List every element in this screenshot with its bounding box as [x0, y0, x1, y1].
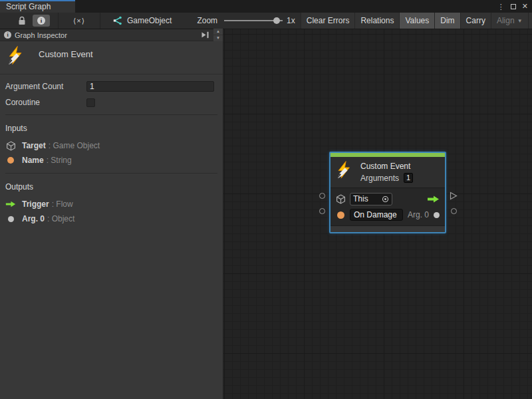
node-body: This — [331, 188, 445, 225]
inspector-title: Graph Inspector — [15, 31, 67, 39]
target-dropdown-value: This — [353, 194, 382, 203]
lock-button[interactable] — [18, 16, 26, 25]
custom-event-node[interactable]: Custom Event Arguments 1 — [329, 152, 446, 233]
arg0-port-dot — [434, 212, 440, 218]
input-port-target[interactable] — [319, 193, 325, 199]
distribute-button[interactable]: Distribute ▼ — [528, 13, 532, 29]
relations-button[interactable]: Relations — [354, 13, 399, 29]
button-label: Values — [405, 16, 429, 25]
window-controls: ⋮ ✕ — [497, 0, 528, 13]
scroll-down-icon[interactable]: ▼ — [213, 35, 223, 41]
node-header[interactable]: Custom Event Arguments 1 — [331, 157, 445, 188]
custom-event-icon — [336, 161, 354, 180]
arguments-label: Arguments — [360, 174, 399, 183]
arguments-count-field[interactable]: 1 — [404, 173, 413, 183]
toolbar-divider — [58, 13, 59, 29]
gameobject-icon — [112, 16, 122, 25]
node-footer — [331, 226, 445, 232]
output-port-arg0[interactable] — [451, 208, 457, 214]
node-arguments-row: Arguments 1 — [360, 173, 413, 183]
port-name: Target — [22, 141, 46, 150]
properties-block: Argument Count 1 Coroutine — [0, 74, 223, 118]
argument-count-input[interactable]: 1 — [86, 81, 214, 92]
target-picker-icon[interactable] — [382, 196, 389, 203]
port-type: : String — [47, 156, 72, 165]
event-name-field[interactable]: On Damage — [350, 209, 403, 221]
cube-icon — [5, 140, 16, 151]
values-button[interactable]: Values — [399, 13, 434, 29]
section-divider — [5, 114, 217, 115]
align-button[interactable]: Align ▼ — [491, 13, 528, 29]
inputs-header: Inputs — [5, 124, 217, 133]
argument-count-row: Argument Count 1 — [5, 80, 217, 93]
graph-toolbar: i ⟨×⟩ GameObject Zoom 1x Clear Errors — [0, 13, 532, 29]
input-row-target: Target : Game Object — [5, 138, 217, 153]
info-icon: i — [4, 31, 11, 39]
inspector-toggle-button[interactable]: i — [33, 15, 50, 27]
carry-button[interactable]: Carry — [460, 13, 491, 29]
zoom-slider-handle[interactable] — [273, 17, 280, 24]
port-type: : Flow — [52, 200, 73, 209]
outputs-section: Outputs Trigger : Flow Arg. 0 : Object — [0, 176, 223, 229]
button-label: Dim — [440, 16, 454, 25]
inspected-node-title: Custom Event — [39, 49, 93, 59]
graph-canvas[interactable]: Custom Event Arguments 1 — [223, 29, 532, 399]
outputs-header: Outputs — [5, 182, 217, 192]
coroutine-checkbox[interactable] — [86, 98, 95, 107]
port-type: : Object — [47, 214, 74, 223]
tab-label: Script Graph — [6, 2, 51, 11]
arg0-port-label: Arg. 0 — [408, 210, 429, 219]
argument-count-label: Argument Count — [5, 82, 86, 91]
tab-bar: Script Graph ⋮ ✕ — [0, 0, 532, 13]
button-label: Relations — [360, 16, 394, 25]
node-title: Custom Event — [360, 162, 413, 171]
output-row-arg0: Arg. 0 : Object — [5, 211, 217, 226]
code-icon: ⟨×⟩ — [73, 17, 85, 25]
custom-event-icon — [7, 46, 27, 66]
port-name: Name — [22, 156, 44, 165]
zoom-slider[interactable] — [224, 17, 283, 25]
tab-script-graph[interactable]: Script Graph — [0, 0, 75, 13]
info-icon: i — [37, 17, 45, 25]
zoom-value: 1x — [287, 16, 295, 25]
node-box[interactable]: Custom Event Arguments 1 — [329, 152, 446, 233]
close-icon[interactable]: ✕ — [522, 2, 528, 11]
lock-icon — [18, 16, 26, 25]
gameobject-label[interactable]: GameObject — [127, 16, 172, 25]
button-label: Align — [497, 16, 515, 25]
port-type: : Game Object — [49, 141, 100, 150]
maximize-icon[interactable] — [511, 4, 516, 9]
inspector-titlebar[interactable]: i Graph Inspector ▲ ▼ — [0, 29, 223, 41]
panel-spinner: ▲ ▼ — [213, 29, 223, 41]
inspector-titlebar-controls: ▲ ▼ — [201, 29, 223, 41]
button-label: Carry — [466, 16, 485, 25]
cube-icon — [336, 194, 346, 204]
edit-code-button[interactable]: ⟨×⟩ — [73, 17, 85, 25]
toolbar-divider — [100, 13, 100, 29]
toolbar-button-group: Clear Errors Relations Values Dim Carry … — [301, 13, 532, 29]
port-name: Arg. 0 — [22, 214, 45, 223]
graph-owner-button[interactable] — [112, 16, 122, 25]
node-header-text: Custom Event Arguments 1 — [360, 161, 413, 183]
inspected-node-header: Custom Event — [0, 41, 223, 74]
zoom-label: Zoom — [197, 16, 217, 25]
graph-inspector-panel: i Graph Inspector ▲ ▼ Custom Event — [0, 29, 223, 399]
button-label: Clear Errors — [307, 16, 350, 25]
input-row-name: Name : String — [5, 153, 217, 168]
clear-errors-button[interactable]: Clear Errors — [301, 13, 355, 29]
string-value-icon — [336, 210, 346, 220]
scroll-up-icon[interactable]: ▲ — [213, 29, 223, 35]
coroutine-label: Coroutine — [5, 98, 86, 107]
dock-panel-icon[interactable] — [201, 31, 209, 39]
inputs-section: Inputs Target : Game Object Name : Strin… — [0, 118, 223, 176]
output-row-trigger: Trigger : Flow — [5, 197, 217, 211]
input-port-name[interactable] — [319, 208, 325, 214]
flow-arrow-icon — [5, 199, 16, 209]
target-dropdown[interactable]: This — [350, 193, 392, 205]
flow-arrow-icon — [427, 196, 440, 203]
output-port-trigger[interactable] — [450, 192, 458, 200]
menu-icon[interactable]: ⋮ — [497, 3, 505, 10]
dim-button[interactable]: Dim — [434, 13, 460, 29]
chevron-down-icon: ▼ — [517, 18, 523, 24]
unity-script-graph-window: Script Graph ⋮ ✕ i ⟨×⟩ — [0, 0, 532, 399]
